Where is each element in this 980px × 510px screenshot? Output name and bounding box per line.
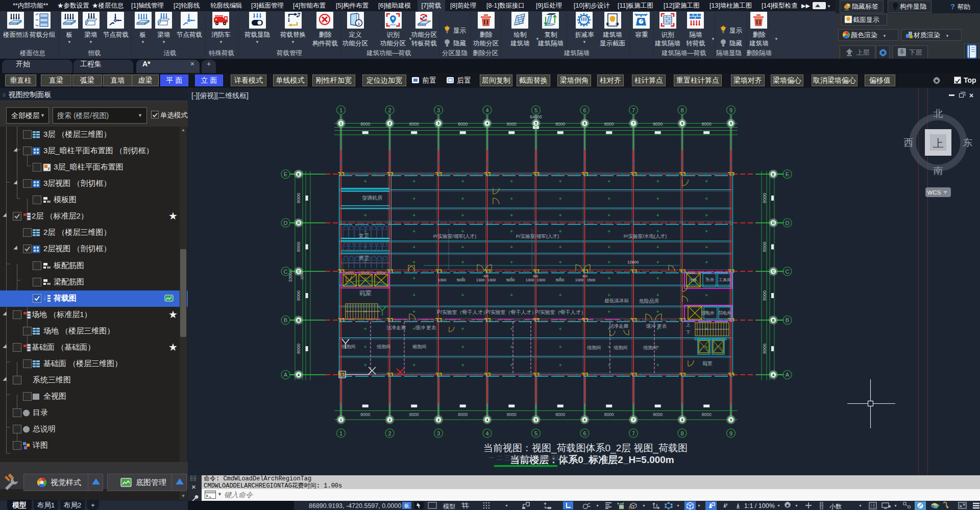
svg-text:7: 7 <box>632 430 635 436</box>
svg-text:下: 下 <box>686 330 691 335</box>
svg-text:5000: 5000 <box>556 278 565 282</box>
svg-text:8: 8 <box>680 430 683 436</box>
svg-text:8000: 8000 <box>762 344 767 354</box>
svg-text:6: 6 <box>584 122 586 125</box>
svg-text:1300: 1300 <box>438 278 447 282</box>
svg-text:8000: 8000 <box>762 290 767 301</box>
svg-text:8: 8 <box>681 418 683 422</box>
svg-text:5: 5 <box>534 107 537 113</box>
svg-text:8000: 8000 <box>360 122 370 127</box>
svg-text:D: D <box>786 220 790 226</box>
svg-text:8000: 8000 <box>653 122 663 127</box>
svg-text:WCS: WCS <box>927 189 941 196</box>
svg-text:8000: 8000 <box>604 412 614 417</box>
svg-text:8000: 8000 <box>653 412 663 417</box>
svg-text:12800: 12800 <box>627 260 639 264</box>
svg-text:C: C <box>298 270 300 273</box>
svg-text:8: 8 <box>680 107 683 113</box>
svg-text:1300: 1300 <box>526 278 534 282</box>
svg-text:400: 400 <box>582 275 588 278</box>
svg-text:8000: 8000 <box>555 122 565 127</box>
svg-text:板: 板 <box>404 503 409 508</box>
svg-text:1: 1 <box>339 107 342 113</box>
svg-text:E: E <box>772 173 775 176</box>
svg-text:9: 9 <box>730 122 732 125</box>
svg-text:1: 1 <box>340 122 342 125</box>
svg-text:7: 7 <box>632 418 634 422</box>
svg-text:P/实验室/领军(人才): P/实验室/领军(人才) <box>433 233 476 239</box>
svg-text:北: 北 <box>934 108 943 119</box>
svg-text:细胞间: 细胞间 <box>377 344 391 349</box>
svg-text:5000: 5000 <box>506 278 515 282</box>
svg-text:4: 4 <box>485 430 488 436</box>
svg-text:A: A <box>772 373 775 377</box>
svg-text:1300: 1300 <box>487 278 496 282</box>
svg-text:B: B <box>786 317 789 323</box>
svg-text:水井: 水井 <box>706 277 715 282</box>
svg-text:洁净走廊: 洁净走廊 <box>609 323 629 329</box>
svg-text:8: 8 <box>681 122 683 125</box>
svg-text:6: 6 <box>584 418 586 422</box>
svg-text:D: D <box>772 221 775 225</box>
svg-text:8000: 8000 <box>409 412 419 417</box>
svg-text:7: 7 <box>632 122 634 125</box>
svg-text:8000: 8000 <box>507 122 517 127</box>
svg-text:2: 2 <box>388 107 391 113</box>
svg-text:缓冲 更衣: 缓冲 更衣 <box>415 325 436 330</box>
svg-text:8000: 8000 <box>702 412 712 417</box>
svg-text:细胞间: 细胞间 <box>587 345 601 350</box>
svg-text:当前视图：视图_荷载图体系0_2层 视图_荷载图: 当前视图：视图_荷载图体系0_2层 视图_荷载图 <box>483 443 688 454</box>
svg-text:1300: 1300 <box>575 278 584 282</box>
svg-text:污梯: 污梯 <box>689 278 697 282</box>
svg-text:C: C <box>284 269 288 275</box>
svg-text:E: E <box>786 171 789 177</box>
svg-text:1300: 1300 <box>476 278 485 282</box>
svg-text:前室: 前室 <box>702 360 713 366</box>
svg-text:2: 2 <box>389 418 391 422</box>
svg-text:B: B <box>772 319 775 322</box>
svg-text:8000: 8000 <box>555 412 565 417</box>
svg-text:P/实验室（骨干人才）: P/实验室（骨干人才） <box>485 309 536 315</box>
svg-text:洁净走廊: 洁净走廊 <box>386 325 406 330</box>
svg-text:3: 3 <box>437 122 439 125</box>
svg-text:细胞间: 细胞间 <box>341 344 356 349</box>
svg-text:南: 南 <box>934 165 943 176</box>
svg-text:D: D <box>298 221 300 225</box>
svg-text:8000: 8000 <box>604 122 614 127</box>
svg-text:弱电井: 弱电井 <box>718 310 731 315</box>
svg-text:5: 5 <box>535 122 537 125</box>
svg-text:一 二 三前室图 门 图体系0 权: 一 二 三前室图 门 图体系0 权 <box>488 454 568 462</box>
svg-text:3: 3 <box>437 107 440 113</box>
svg-text:8000: 8000 <box>762 193 767 203</box>
svg-text:超低温冰箱: 超低温冰箱 <box>604 298 629 303</box>
svg-text:P/实验室/领军(人才): P/实验室/领军(人才) <box>516 233 559 239</box>
svg-text:西: 西 <box>904 137 914 148</box>
svg-text:上: 上 <box>933 137 944 149</box>
svg-text:4: 4 <box>486 418 488 422</box>
svg-text:工具间: 工具间 <box>719 278 731 282</box>
svg-text:空调机房: 空调机房 <box>362 195 382 201</box>
svg-text:4: 4 <box>485 107 488 113</box>
svg-text:B: B <box>284 317 287 323</box>
svg-text:8000: 8000 <box>507 412 517 417</box>
svg-text:1300: 1300 <box>537 278 546 282</box>
svg-text:细胞间: 细胞间 <box>614 345 628 350</box>
svg-text:1500: 1500 <box>587 278 596 282</box>
svg-text:3: 3 <box>437 418 439 422</box>
svg-text:危险品库: 危险品库 <box>639 298 659 304</box>
svg-text:细胞间: 细胞间 <box>412 344 427 349</box>
svg-text:E: E <box>298 173 300 176</box>
svg-text:3: 3 <box>437 430 440 436</box>
svg-text:4: 4 <box>486 122 488 125</box>
svg-text:8000: 8000 <box>409 122 419 127</box>
svg-text:D: D <box>284 220 288 226</box>
svg-text:缓冲 更衣: 缓冲 更衣 <box>646 323 667 329</box>
svg-text:5: 5 <box>534 430 537 436</box>
svg-text:5000: 5000 <box>457 278 465 282</box>
svg-text:8000: 8000 <box>762 241 767 252</box>
svg-text:8000: 8000 <box>702 122 712 127</box>
svg-text:A: A <box>298 373 300 377</box>
svg-text:9: 9 <box>729 107 732 113</box>
svg-text:A: A <box>284 372 288 378</box>
svg-text:P/实验室（骨干人才）: P/实验室（骨干人才） <box>535 309 585 315</box>
